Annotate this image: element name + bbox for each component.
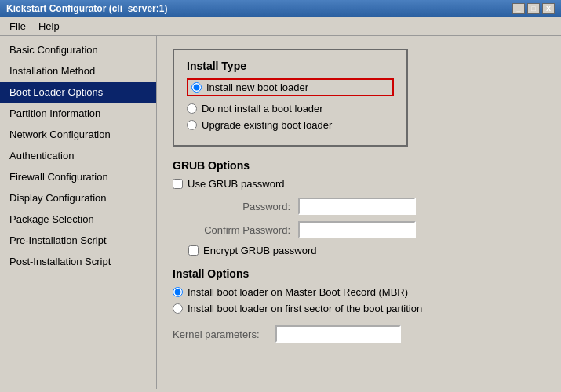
- confirm-password-input[interactable]: [298, 221, 416, 238]
- sidebar-item-display-configuration[interactable]: Display Configuration: [0, 187, 156, 209]
- encrypt-grub-label: Encrypt GRUB password: [203, 245, 317, 256]
- sidebar: Basic Configuration Installation Method …: [0, 36, 157, 389]
- close-button[interactable]: X: [542, 3, 555, 14]
- radio-do-not-install-input[interactable]: [187, 103, 197, 114]
- confirm-password-row: Confirm Password:: [188, 221, 545, 238]
- radio-upgrade-existing[interactable]: Upgrade existing boot loader: [187, 119, 394, 131]
- kernel-parameters-input[interactable]: [275, 325, 401, 343]
- encrypt-grub-option[interactable]: Encrypt GRUB password: [188, 245, 545, 256]
- confirm-password-label: Confirm Password:: [188, 224, 290, 236]
- grub-options-title: GRUB Options: [173, 159, 545, 172]
- kernel-parameters-label: Kernel parameters:: [173, 328, 260, 340]
- main-content: Basic Configuration Installation Method …: [0, 36, 561, 389]
- radio-install-first-sector[interactable]: Install boot loader on first sector of t…: [173, 303, 545, 314]
- radio-install-mbr[interactable]: Install boot loader on Master Boot Recor…: [173, 286, 545, 298]
- title-bar-text: Kickstart Configurator (cli_server:1): [6, 3, 167, 14]
- password-row: Password:: [188, 198, 545, 215]
- radio-do-not-install[interactable]: Do not install a boot loader: [187, 103, 394, 114]
- install-options-section: Install Options Install boot loader on M…: [173, 267, 545, 314]
- sidebar-item-pre-installation-script[interactable]: Pre-Installation Script: [0, 230, 156, 251]
- radio-install-new[interactable]: Install new boot loader: [187, 78, 394, 96]
- sidebar-item-installation-method[interactable]: Installation Method: [0, 60, 156, 82]
- sidebar-item-post-installation-script[interactable]: Post-Installation Script: [0, 251, 156, 272]
- use-grub-password-label: Use GRUB password: [188, 178, 285, 190]
- sidebar-item-network-configuration[interactable]: Network Configuration: [0, 124, 156, 145]
- minimize-button[interactable]: _: [512, 3, 525, 14]
- sidebar-item-firewall-configuration[interactable]: Firewall Configuration: [0, 166, 156, 187]
- radio-install-mbr-input[interactable]: [173, 287, 183, 297]
- sidebar-item-package-selection[interactable]: Package Selection: [0, 209, 156, 230]
- password-label: Password:: [188, 201, 290, 212]
- content-area: Install Type Install new boot loader Do …: [157, 36, 561, 389]
- sidebar-item-basic-config[interactable]: Basic Configuration: [0, 39, 156, 60]
- radio-install-new-input[interactable]: [191, 82, 202, 93]
- radio-do-not-install-label: Do not install a boot loader: [202, 103, 323, 114]
- use-grub-password-checkbox[interactable]: [173, 179, 183, 189]
- sidebar-item-boot-loader-options[interactable]: Boot Loader Options: [0, 82, 156, 103]
- password-input[interactable]: [298, 198, 416, 215]
- title-bar-buttons: _ □ X: [512, 3, 555, 14]
- radio-install-first-sector-input[interactable]: [173, 303, 183, 314]
- use-grub-password-option[interactable]: Use GRUB password: [173, 178, 545, 190]
- radio-upgrade-existing-label: Upgrade existing boot loader: [202, 119, 332, 131]
- menu-bar: File Help: [0, 17, 561, 36]
- encrypt-grub-checkbox[interactable]: [188, 245, 199, 256]
- radio-install-first-sector-label: Install boot loader on first sector of t…: [188, 303, 422, 314]
- radio-upgrade-existing-input[interactable]: [187, 120, 197, 130]
- sidebar-item-authentication[interactable]: Authentication: [0, 145, 156, 166]
- radio-install-new-label: Install new boot loader: [206, 82, 308, 93]
- maximize-button[interactable]: □: [527, 3, 540, 14]
- menu-item-file[interactable]: File: [3, 19, 32, 34]
- radio-install-mbr-label: Install boot loader on Master Boot Recor…: [188, 286, 408, 298]
- grub-section: GRUB Options Use GRUB password Password:…: [173, 159, 545, 256]
- kernel-parameters-row: Kernel parameters:: [173, 325, 545, 343]
- install-type-title: Install Type: [187, 60, 394, 72]
- menu-item-help[interactable]: Help: [32, 19, 66, 34]
- install-type-box: Install Type Install new boot loader Do …: [173, 49, 408, 147]
- sidebar-item-partition-information[interactable]: Partition Information: [0, 103, 156, 124]
- install-options-title: Install Options: [173, 267, 545, 280]
- title-bar: Kickstart Configurator (cli_server:1) _ …: [0, 0, 561, 17]
